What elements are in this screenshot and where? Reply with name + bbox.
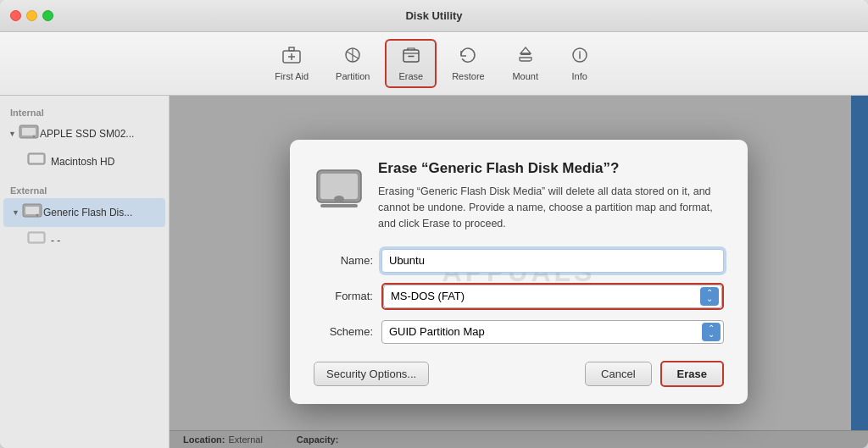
flash-disk-icon [21, 201, 43, 224]
sidebar-item-flash-disk[interactable]: ▼ Generic Flash Dis... [3, 198, 165, 227]
modal-buttons: Security Options... Cancel Erase [314, 361, 724, 387]
toolbar-mount-button[interactable]: Mount [500, 41, 551, 86]
svg-rect-19 [320, 174, 358, 199]
first-aid-icon [281, 46, 302, 69]
scheme-select[interactable]: GUID Partition Map Master Boot Record Ap… [381, 320, 724, 344]
modal-title: Erase “Generic Flash Disk Media”? [378, 160, 724, 177]
cancel-button[interactable]: Cancel [585, 362, 651, 386]
sidebar: Internal ▼ APPLE SSD SM02... [0, 96, 170, 448]
traffic-lights [10, 10, 53, 21]
name-input[interactable] [381, 249, 724, 273]
minimize-button[interactable] [26, 10, 37, 21]
macintosh-hd-label: Macintosh HD [51, 156, 114, 168]
triangle-icon: ▼ [8, 130, 16, 138]
macintosh-hd-icon [27, 152, 46, 171]
mount-icon [515, 46, 536, 69]
format-select[interactable]: MS-DOS (FAT) ExFAT Mac OS Extended (Jour… [383, 285, 722, 308]
svg-rect-9 [22, 128, 36, 136]
window-title: Disk Utility [405, 9, 462, 22]
scheme-label: Scheme: [314, 325, 381, 338]
erase-dialog: Erase “Generic Flash Disk Media”? Erasin… [290, 140, 748, 403]
titlebar: Disk Utility [0, 0, 868, 32]
first-aid-label: First Aid [275, 71, 309, 81]
format-select-wrapper: MS-DOS (FAT) ExFAT Mac OS Extended (Jour… [381, 283, 724, 310]
maximize-button[interactable] [42, 10, 53, 21]
flash-disk-triangle-icon: ▼ [12, 208, 19, 217]
sidebar-item-apple-ssd[interactable]: ▼ APPLE SSD SM02... [0, 119, 169, 148]
close-button[interactable] [10, 10, 21, 21]
form-row-format: Format: MS-DOS (FAT) ExFAT Mac OS Extend… [314, 283, 724, 310]
svg-rect-14 [25, 207, 39, 214]
main-area: Internal ▼ APPLE SSD SM02... [0, 96, 868, 448]
toolbar-first-aid-button[interactable]: First Aid [263, 41, 320, 86]
modal-form: Name: Format: MS-DOS (FAT) ExFAT Mac OS … [314, 249, 724, 387]
sidebar-item-flash-sub[interactable]: - - [3, 228, 165, 252]
restore-icon [458, 46, 478, 69]
svg-rect-21 [320, 204, 358, 207]
erase-label: Erase [398, 71, 423, 81]
flash-sub-label: - - [51, 235, 60, 246]
toolbar-restore-button[interactable]: Restore [440, 41, 497, 86]
erase-icon [401, 46, 421, 69]
partition-label: Partition [336, 71, 370, 81]
flash-disk-label: Generic Flash Dis... [43, 207, 132, 218]
svg-rect-17 [30, 234, 43, 241]
svg-point-20 [334, 196, 344, 202]
modal-disk-icon [314, 163, 364, 219]
apple-ssd-label: APPLE SSD SM02... [40, 128, 134, 140]
security-options-button[interactable]: Security Options... [314, 362, 429, 386]
svg-point-15 [36, 214, 38, 217]
main-window: Disk Utility First Aid Partition [0, 0, 868, 448]
info-label: Info [572, 71, 587, 81]
form-row-name: Name: [314, 249, 724, 273]
apple-ssd-disk-icon [18, 122, 40, 146]
svg-point-10 [32, 136, 35, 138]
erase-confirm-button[interactable]: Erase [660, 361, 724, 387]
modal-description: Erasing “Generic Flash Disk Media” will … [378, 184, 724, 231]
scheme-select-wrapper: GUID Partition Map Master Boot Record Ap… [381, 320, 724, 344]
format-label: Format: [314, 290, 381, 302]
content-area: Erase “Generic Flash Disk Media”? Erasin… [170, 96, 868, 448]
sidebar-external-header: External [0, 180, 169, 197]
name-label: Name: [314, 254, 381, 267]
svg-rect-12 [30, 155, 43, 163]
sidebar-item-macintosh-hd[interactable]: Macintosh HD [3, 149, 165, 174]
restore-label: Restore [452, 71, 485, 81]
modal-text-content: Erase “Generic Flash Disk Media”? Erasin… [378, 160, 724, 231]
svg-rect-4 [520, 53, 531, 55]
partition-icon [342, 46, 363, 69]
mount-label: Mount [512, 71, 538, 81]
flash-sub-icon [27, 230, 46, 250]
toolbar-partition-button[interactable]: Partition [324, 41, 381, 86]
svg-point-7 [579, 52, 581, 53]
modal-header: Erase “Generic Flash Disk Media”? Erasin… [314, 160, 724, 231]
toolbar-erase-button[interactable]: Erase [385, 39, 437, 88]
info-icon [570, 46, 590, 69]
modal-overlay: Erase “Generic Flash Disk Media”? Erasin… [170, 96, 868, 448]
toolbar: First Aid Partition Erase [0, 32, 868, 96]
toolbar-info-button[interactable]: Info [554, 41, 605, 86]
sidebar-internal-header: Internal [0, 102, 169, 119]
form-row-scheme: Scheme: GUID Partition Map Master Boot R… [314, 320, 724, 344]
